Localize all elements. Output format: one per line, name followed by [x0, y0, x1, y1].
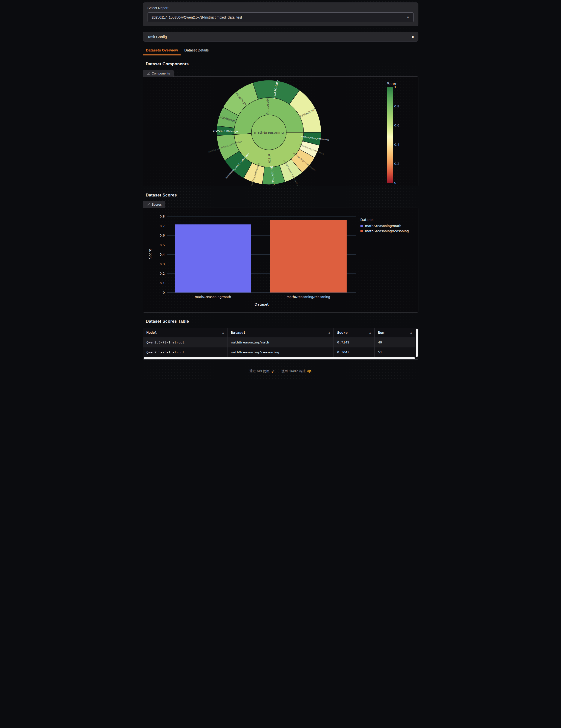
- colorbar-tick: 0.2: [394, 162, 400, 165]
- footer: 通过 API 使用 · 使用 Gradio 构建: [143, 369, 418, 373]
- report-select-value: 20250117_155350@Qwen2.5-7B-Instruct:mixe…: [152, 15, 407, 19]
- y-tick-label: 0.8: [145, 215, 165, 218]
- bar-chart[interactable]: 00.10.20.30.40.50.60.70.8math&reasoning/…: [143, 208, 418, 312]
- legend-swatch: [361, 230, 363, 232]
- scores-tab-label: Scores: [152, 203, 162, 206]
- legend-item[interactable]: math&reasoning/math: [361, 224, 409, 228]
- column-header-dataset[interactable]: Dataset▲: [227, 328, 334, 338]
- bar-math&reasoning/math[interactable]: [175, 224, 251, 292]
- x-tick-label: math&reasoning/reasoning: [287, 295, 330, 299]
- app: Select Report 20250117_155350@Qwen2.5-7B…: [140, 0, 421, 379]
- footer-separator: ·: [277, 369, 278, 373]
- y-tick-label: 0.7: [145, 224, 165, 228]
- sunburst-label: reasoning: [265, 98, 270, 115]
- table-heading: Dataset Scores Table: [146, 319, 418, 324]
- scores-table: Model▲Dataset▲Score▲Num▲ Qwen2.5-7B-Inst…: [143, 328, 418, 360]
- tab-bar: Datasets OverviewDataset Details: [143, 46, 418, 55]
- sort-asc-icon[interactable]: ▲: [410, 332, 412, 334]
- sort-asc-icon[interactable]: ▲: [222, 332, 224, 334]
- scatter-chart-icon: [146, 203, 150, 206]
- components-heading: Dataset Components: [146, 62, 418, 67]
- sunburst-label: math: [267, 154, 271, 163]
- legend-title: Dataset: [361, 218, 409, 222]
- y-tick-label: 0.1: [145, 281, 165, 285]
- report-select-label: Select Report: [147, 6, 415, 10]
- table-cell[interactable]: math&reasoning/reasoning: [227, 347, 334, 357]
- gradio-logo-icon: [307, 369, 312, 373]
- colorbar-tick: 0.6: [394, 123, 400, 127]
- table-cell[interactable]: 49: [375, 338, 416, 347]
- footer-gradio-link[interactable]: 使用 Gradio 构建: [281, 369, 306, 373]
- vertical-scrollbar[interactable]: [416, 329, 418, 357]
- y-tick-label: 0.6: [145, 234, 165, 237]
- y-axis-title: Score: [148, 242, 152, 266]
- plug-icon: [271, 369, 275, 373]
- column-header-label: Model: [146, 331, 157, 335]
- scores-table-grid: Model▲Dataset▲Score▲Num▲ Qwen2.5-7B-Inst…: [143, 328, 416, 357]
- scores-panel: Scores 00.10.20.30.40.50.60.70.8math&rea…: [143, 208, 418, 313]
- x-tick-label: math&reasoning/math: [195, 295, 231, 299]
- sunburst-chart[interactable]: math&reasoningreasoningmathceval/logicar…: [143, 77, 401, 186]
- table-cell[interactable]: 0.7647: [334, 347, 375, 357]
- footer-api-link[interactable]: 通过 API 使用: [249, 369, 269, 373]
- column-header-label: Dataset: [231, 331, 245, 335]
- sort-asc-icon[interactable]: ▲: [369, 332, 371, 334]
- legend: Datasetmath&reasoning/mathmath&reasoning…: [361, 218, 409, 234]
- sort-asc-icon[interactable]: ▲: [329, 332, 330, 334]
- task-config-label: Task Config: [147, 35, 411, 39]
- components-panel: Components math&reasoningreasoningmathce…: [143, 76, 418, 186]
- scatter-chart-icon: [146, 72, 150, 75]
- table-cell[interactable]: Qwen2.5-7B-Instruct: [143, 347, 227, 357]
- table-row: Qwen2.5-7B-Instructmath&reasoning/math0.…: [143, 338, 416, 347]
- table-cell[interactable]: math&reasoning/math: [227, 338, 334, 347]
- column-header-score[interactable]: Score▲: [334, 328, 375, 338]
- gridline: [167, 216, 356, 217]
- scores-tab-button[interactable]: Scores: [143, 201, 165, 208]
- column-header-num[interactable]: Num▲: [375, 328, 416, 338]
- column-header-label: Score: [337, 331, 348, 335]
- components-tab-button[interactable]: Components: [143, 70, 174, 77]
- legend-swatch: [361, 225, 363, 227]
- scores-heading: Dataset Scores: [146, 193, 418, 198]
- report-select-dropdown[interactable]: 20250117_155350@Qwen2.5-7B-Instruct:mixe…: [147, 12, 414, 22]
- table-cell[interactable]: Qwen2.5-7B-Instruct: [143, 338, 227, 347]
- table-cell[interactable]: 0.7143: [334, 338, 375, 347]
- components-tab-label: Components: [152, 72, 170, 75]
- legend-label: math&reasoning/reasoning: [365, 229, 409, 233]
- report-selector-block: Select Report 20250117_155350@Qwen2.5-7B…: [143, 2, 418, 26]
- y-tick-label: 0.2: [145, 272, 165, 275]
- chevron-down-icon: ▼: [407, 16, 410, 19]
- column-header-label: Num: [378, 331, 384, 335]
- colorbar-tick: 0.4: [394, 143, 400, 146]
- x-axis-line: [167, 292, 356, 293]
- chevron-left-icon: ◀: [411, 35, 414, 39]
- y-tick-label: 0: [145, 291, 165, 294]
- legend-label: math&reasoning/math: [365, 224, 402, 228]
- task-config-accordion[interactable]: Task Config ◀: [143, 32, 418, 42]
- x-axis-title: Dataset: [167, 302, 356, 306]
- tab-dataset-details[interactable]: Dataset Details: [181, 46, 212, 55]
- column-header-model[interactable]: Model▲: [143, 328, 227, 338]
- colorbar-tick: 0.8: [394, 104, 400, 108]
- table-row: Qwen2.5-7B-Instructmath&reasoning/reason…: [143, 347, 416, 357]
- legend-item[interactable]: math&reasoning/reasoning: [361, 229, 409, 233]
- horizontal-scrollbar[interactable]: [144, 357, 415, 359]
- colorbar-tick: 0: [394, 181, 396, 185]
- tab-datasets-overview[interactable]: Datasets Overview: [143, 46, 181, 55]
- colorbar-gradient: [387, 87, 393, 183]
- bar-math&reasoning/reasoning[interactable]: [270, 220, 347, 292]
- table-cell[interactable]: 51: [375, 347, 416, 357]
- colorbar-tick: 1: [394, 85, 396, 89]
- sunburst-center-label: math&reasoning: [254, 130, 284, 134]
- colorbar: Score 10.80.60.40.20: [387, 82, 404, 86]
